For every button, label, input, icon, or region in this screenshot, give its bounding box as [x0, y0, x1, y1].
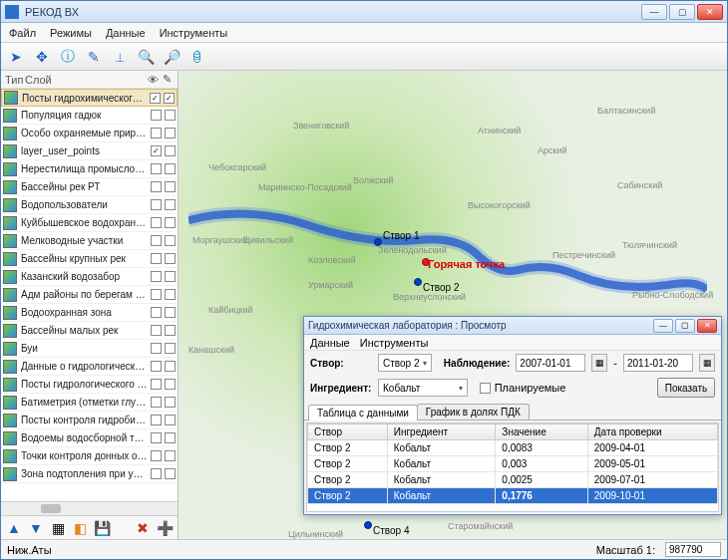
layer-visible-checkbox[interactable]: [151, 181, 162, 192]
lab-maximize-button[interactable]: ▢: [675, 319, 695, 333]
layer-visible-checkbox[interactable]: [151, 271, 162, 282]
layer-visible-checkbox[interactable]: [151, 432, 162, 443]
db-icon[interactable]: 🛢: [186, 46, 208, 68]
layer-visible-checkbox[interactable]: [151, 343, 162, 354]
layer-visible-checkbox[interactable]: [151, 110, 162, 121]
add-layer-icon[interactable]: ➕: [156, 519, 174, 537]
layer-edit-checkbox[interactable]: [165, 432, 176, 443]
layer-edit-checkbox[interactable]: [165, 199, 176, 210]
layer-edit-checkbox[interactable]: [165, 145, 176, 156]
layer-edit-checkbox[interactable]: [165, 450, 176, 461]
layer-edit-checkbox[interactable]: [165, 289, 176, 300]
layer-edit-checkbox[interactable]: [165, 361, 176, 372]
layer-visible-checkbox[interactable]: [151, 361, 162, 372]
layer-item[interactable]: Куйбышевское водохранилище: [1, 214, 178, 232]
layer-item[interactable]: layer_user_points✓: [1, 142, 178, 160]
lab-close-button[interactable]: ✕: [697, 319, 717, 333]
layer-visible-checkbox[interactable]: [151, 199, 162, 210]
map-point[interactable]: [374, 238, 382, 246]
layer-visible-checkbox[interactable]: [151, 217, 162, 228]
layer-edit-checkbox[interactable]: [165, 379, 176, 390]
layer-item[interactable]: Популяция гадюк: [1, 107, 178, 125]
layer-item[interactable]: Батиметрия (отметки глубин): [1, 394, 178, 412]
date-to-input[interactable]: [623, 354, 693, 372]
layer-scrollbar[interactable]: [1, 501, 178, 515]
layer-item[interactable]: Посты контроля гидробиологичес...: [1, 412, 178, 429]
stvor-combo[interactable]: Створ 2: [378, 354, 432, 372]
table-row[interactable]: Створ 2Кобальт0,00252009-07-01: [308, 472, 718, 488]
layer-item[interactable]: Точки контроля донных отложений: [1, 447, 178, 465]
tab-chart[interactable]: График в долях ПДК: [417, 404, 530, 420]
scale-input[interactable]: [665, 542, 721, 557]
layer-edit-checkbox[interactable]: [165, 415, 176, 425]
layer-edit-checkbox[interactable]: [165, 181, 176, 192]
layer-edit-checkbox[interactable]: [165, 468, 176, 479]
layer-visible-checkbox[interactable]: [151, 289, 162, 300]
maximize-button[interactable]: ▢: [669, 4, 695, 20]
move-down-icon[interactable]: ▼: [27, 519, 45, 537]
lab-menu-data[interactable]: Данные: [310, 337, 350, 349]
info-icon[interactable]: ⓘ: [57, 46, 79, 68]
style-icon[interactable]: ◧: [71, 519, 89, 537]
layer-edit-checkbox[interactable]: [165, 163, 176, 174]
layer-item[interactable]: Буи: [1, 340, 178, 358]
measure-icon[interactable]: ⟂: [109, 46, 131, 68]
pointer-icon[interactable]: ➤: [5, 46, 27, 68]
layer-edit-checkbox[interactable]: [165, 307, 176, 318]
lab-menu-tools[interactable]: Инструменты: [360, 337, 429, 349]
layer-visible-checkbox[interactable]: [151, 397, 162, 408]
layer-edit-checkbox[interactable]: [165, 325, 176, 336]
menu-modes[interactable]: Режимы: [50, 27, 92, 39]
layer-item[interactable]: Бассейны рек РТ: [1, 178, 178, 196]
layer-edit-checkbox[interactable]: [165, 397, 176, 408]
layer-visible-checkbox[interactable]: [151, 468, 162, 479]
date-from-picker[interactable]: ▦: [591, 354, 607, 372]
layer-edit-checkbox[interactable]: [165, 110, 176, 121]
layer-edit-checkbox[interactable]: [165, 343, 176, 354]
map-point[interactable]: [414, 278, 422, 286]
map[interactable]: ЧебоксарскийМариинско-ПосадскийЗвениговс…: [179, 71, 727, 539]
lab-window[interactable]: Гидрохимическая лаборатория : Просмотр —…: [303, 316, 722, 515]
map-point[interactable]: [364, 521, 372, 529]
pan-icon[interactable]: ✥: [31, 46, 53, 68]
checkbox-box[interactable]: [480, 383, 491, 394]
layer-edit-checkbox[interactable]: [165, 235, 176, 246]
col-ingr[interactable]: Ингредиент: [387, 424, 496, 440]
menu-tools[interactable]: Инструменты: [160, 27, 228, 39]
layer-item[interactable]: Бассейны малых рек: [1, 322, 178, 340]
layer-edit-checkbox[interactable]: [165, 128, 176, 139]
zoom-in-icon[interactable]: 🔍: [135, 46, 157, 68]
layer-visible-checkbox[interactable]: [151, 379, 162, 390]
layer-edit-checkbox[interactable]: [165, 271, 176, 282]
layer-item[interactable]: Казанский водозабор: [1, 268, 178, 286]
menu-data[interactable]: Данные: [106, 27, 146, 39]
edit-icon[interactable]: ✎: [83, 46, 105, 68]
layer-item[interactable]: Мелководные участки: [1, 232, 178, 250]
layer-visible-checkbox[interactable]: [151, 235, 162, 246]
layer-visible-checkbox[interactable]: ✓: [150, 93, 161, 104]
plan-checkbox[interactable]: Планируемые: [480, 382, 566, 394]
layer-item[interactable]: Бассейны крупных рек: [1, 250, 178, 268]
date-from-input[interactable]: [516, 354, 585, 372]
layer-item[interactable]: Данные о гидрологическом режиме: [1, 358, 178, 376]
show-button[interactable]: Показать: [657, 378, 715, 398]
move-up-icon[interactable]: ▲: [5, 519, 23, 537]
layer-edit-checkbox[interactable]: [165, 217, 176, 228]
layer-item[interactable]: Посты гидрологического контроля: [1, 376, 178, 394]
ingr-combo[interactable]: Кобальт: [378, 379, 468, 397]
layer-item[interactable]: Адм районы по берегам Куйбыше...: [1, 286, 178, 304]
layer-item[interactable]: Особо охраняемые природные тер...: [1, 125, 178, 142]
close-button[interactable]: ✕: [697, 4, 723, 20]
layer-visible-checkbox[interactable]: [151, 450, 162, 461]
layer-visible-checkbox[interactable]: ✓: [151, 145, 162, 156]
layer-edit-checkbox[interactable]: ✓: [164, 93, 175, 104]
layer-edit-checkbox[interactable]: [165, 253, 176, 264]
layer-visible-checkbox[interactable]: [151, 253, 162, 264]
layer-list[interactable]: Посты гидрохимического контроля✓✓Популяц…: [1, 89, 178, 501]
col-stvor[interactable]: Створ: [308, 424, 388, 440]
lab-minimize-button[interactable]: —: [653, 319, 673, 333]
layer-visible-checkbox[interactable]: [151, 128, 162, 139]
col-value[interactable]: Значение: [496, 424, 587, 440]
data-grid[interactable]: Створ Ингредиент Значение Дата проверки …: [306, 422, 719, 512]
col-date[interactable]: Дата проверки: [587, 424, 717, 440]
